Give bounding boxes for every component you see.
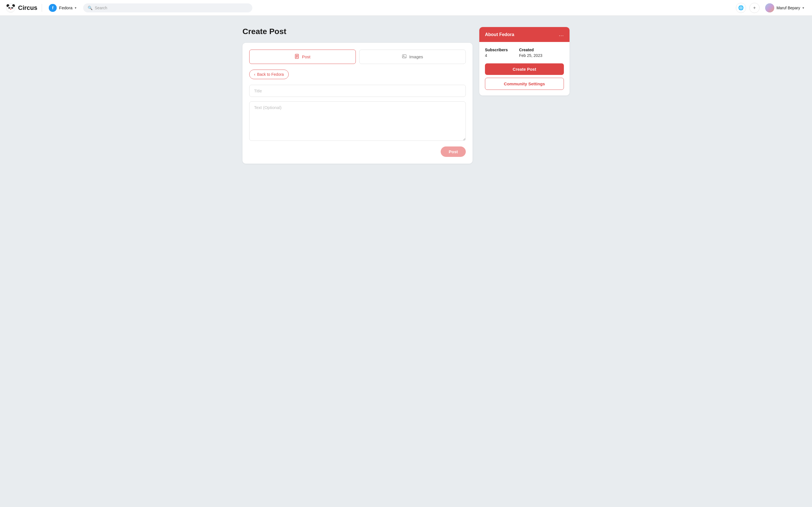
avatar-image [765,3,774,12]
text-textarea[interactable] [249,101,466,141]
navbar: Circus f Fedora ▾ 🔍 🌐 + Maruf Bepary ▾ [0,0,812,16]
title-input[interactable] [249,85,466,97]
community-name: Fedora [59,5,72,10]
add-button[interactable]: + [749,3,760,13]
back-button-label: Back to Fedora [257,72,284,76]
images-tab-icon [402,54,407,60]
text-group [249,101,466,142]
svg-point-9 [12,8,13,8]
svg-point-18 [403,55,404,56]
user-profile[interactable]: Maruf Bepary ▾ [763,2,806,13]
community-avatar: f [49,4,57,12]
page-title: Create Post [243,27,472,36]
about-card-header: About Fedora ... [479,27,569,42]
subscribers-label: Subscribers [485,48,508,52]
about-card-body: Subscribers 4 Created Feb 25, 2023 Creat… [479,42,569,96]
stats-row: Subscribers 4 Created Feb 25, 2023 [485,48,564,58]
chevron-left-icon: ‹ [254,72,255,76]
user-chevron-icon: ▾ [802,6,804,10]
app-name: Circus [18,4,37,11]
sidebar-create-post-button[interactable]: Create Post [485,63,564,75]
svg-point-10 [10,8,11,9]
svg-text:f: f [52,6,54,10]
create-post-section: Create Post Post [243,27,472,164]
tab-post[interactable]: Post [249,50,356,64]
post-actions: Post [249,147,466,157]
community-selector[interactable]: f Fedora ▾ [47,3,79,13]
stat-created: Created Feb 25, 2023 [519,48,543,58]
svg-point-3 [8,5,14,11]
post-submit-button[interactable]: Post [441,147,466,157]
community-settings-button[interactable]: Community Settings [485,78,564,90]
nav-divider [42,4,42,12]
created-value: Feb 25, 2023 [519,53,543,58]
main-content: Create Post Post [237,16,575,175]
search-input[interactable] [95,6,248,10]
panda-icon [6,3,16,13]
stat-subscribers: Subscribers 4 [485,48,508,58]
tab-images-label: Images [409,54,423,59]
subscribers-value: 4 [485,53,508,58]
search-icon: 🔍 [88,6,93,10]
about-card: About Fedora ... Subscribers 4 Created F… [479,27,569,96]
created-label: Created [519,48,543,52]
avatar [765,3,774,12]
post-tab-icon [295,54,300,60]
chevron-down-icon: ▾ [75,6,77,10]
back-to-fedora-button[interactable]: ‹ Back to Fedora [249,69,289,79]
more-options-icon[interactable]: ... [559,32,564,38]
user-name: Maruf Bepary [776,6,800,10]
globe-button[interactable]: 🌐 [736,3,746,13]
tab-post-label: Post [302,54,310,59]
title-group [249,85,466,97]
svg-point-8 [9,8,10,8]
sidebar: About Fedora ... Subscribers 4 Created F… [479,27,569,96]
create-post-card: Post Images ‹ Back to Fedora [243,43,472,164]
search-bar[interactable]: 🔍 [83,3,252,12]
tabs-row: Post Images [249,50,466,64]
about-card-title: About Fedora [485,32,514,37]
app-logo[interactable]: Circus [6,3,37,13]
tab-images[interactable]: Images [359,50,466,64]
navbar-right: 🌐 + Maruf Bepary ▾ [736,2,806,13]
